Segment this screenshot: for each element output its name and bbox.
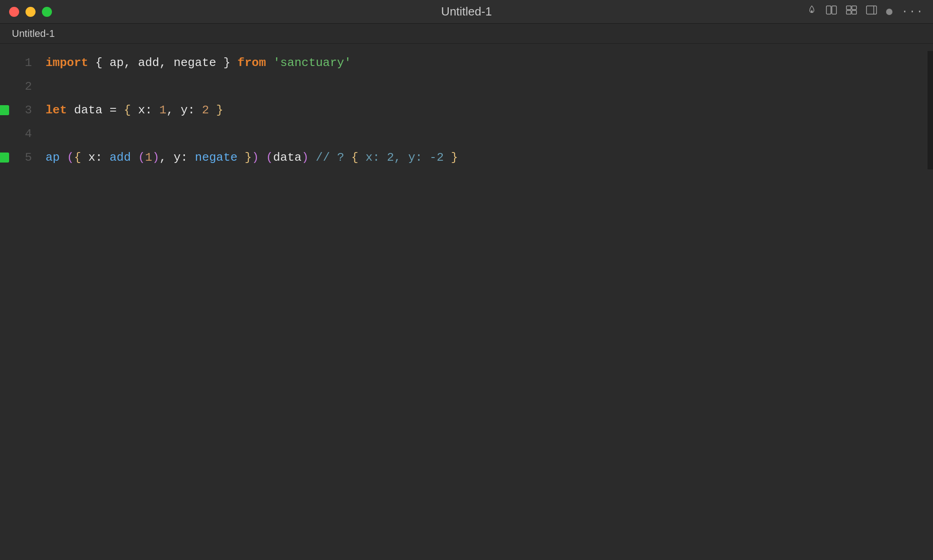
window-title: Untitled-1 bbox=[441, 5, 492, 19]
line-number-5: 5 bbox=[17, 146, 32, 169]
editor-tab[interactable]: Untitled-1 bbox=[5, 25, 62, 42]
fn-negate: negate bbox=[195, 146, 238, 169]
svg-rect-2 bbox=[846, 6, 851, 10]
fn-add: add bbox=[109, 146, 131, 169]
flame-icon[interactable] bbox=[807, 5, 817, 18]
line-number-4: 4 bbox=[17, 122, 32, 146]
line-number-3: 3 bbox=[17, 98, 32, 122]
code-area[interactable]: 1 2 3 4 5 import bbox=[0, 44, 933, 169]
minimize-button[interactable] bbox=[26, 7, 36, 17]
line-badge-5 bbox=[0, 153, 9, 163]
title-bar: Untitled-1 bbox=[0, 0, 933, 24]
string-sanctuary: 'sanctuary' bbox=[273, 51, 351, 75]
svg-rect-5 bbox=[852, 10, 856, 14]
traffic-lights bbox=[9, 7, 52, 17]
grid-icon[interactable] bbox=[846, 5, 857, 18]
comment-result: // ? bbox=[308, 146, 351, 169]
line-badge-3 bbox=[0, 105, 9, 115]
maximize-button[interactable] bbox=[42, 7, 52, 17]
line-wrapper-2: 2 bbox=[17, 75, 32, 98]
svg-rect-3 bbox=[852, 6, 856, 10]
close-button[interactable] bbox=[9, 7, 19, 17]
panel-icon[interactable] bbox=[866, 5, 877, 18]
code-lines[interactable]: import { ap , add , negate } from 'sanct… bbox=[36, 51, 928, 169]
keyword-import: import bbox=[46, 51, 88, 75]
more-options-icon[interactable]: ··· bbox=[902, 5, 924, 18]
svg-rect-0 bbox=[826, 6, 831, 14]
scrollbar[interactable] bbox=[928, 51, 933, 169]
editor: Untitled-1 1 2 3 4 5 bbox=[0, 24, 933, 169]
svg-rect-4 bbox=[846, 10, 851, 14]
keyword-from: from bbox=[237, 51, 266, 75]
toolbar-right: ··· bbox=[807, 5, 924, 18]
fn-ap: ap bbox=[46, 146, 60, 169]
code-line-1: import { ap , add , negate } from 'sanct… bbox=[46, 51, 928, 75]
tab-bar: Untitled-1 bbox=[0, 24, 933, 44]
keyword-let: let bbox=[46, 98, 67, 122]
code-line-5: ap ( { x : add ( 1 ) , y : negate } ) ( … bbox=[46, 146, 928, 169]
line-wrapper-5: 5 bbox=[17, 146, 32, 169]
unsaved-indicator bbox=[886, 9, 892, 15]
line-wrapper-4: 4 bbox=[17, 122, 32, 146]
line-wrapper-1: 1 bbox=[17, 51, 32, 75]
code-line-2 bbox=[46, 75, 928, 98]
line-number-1: 1 bbox=[17, 51, 32, 75]
code-line-4 bbox=[46, 122, 928, 146]
line-wrapper-3: 3 bbox=[17, 98, 32, 122]
code-line-3: let data = { x : 1 , y : 2 } bbox=[46, 98, 928, 122]
line-gutter: 1 2 3 4 5 bbox=[0, 51, 36, 169]
svg-rect-1 bbox=[832, 6, 836, 14]
line-number-2: 2 bbox=[17, 75, 32, 98]
split-horizontal-icon[interactable] bbox=[826, 5, 837, 18]
svg-rect-6 bbox=[866, 6, 877, 14]
